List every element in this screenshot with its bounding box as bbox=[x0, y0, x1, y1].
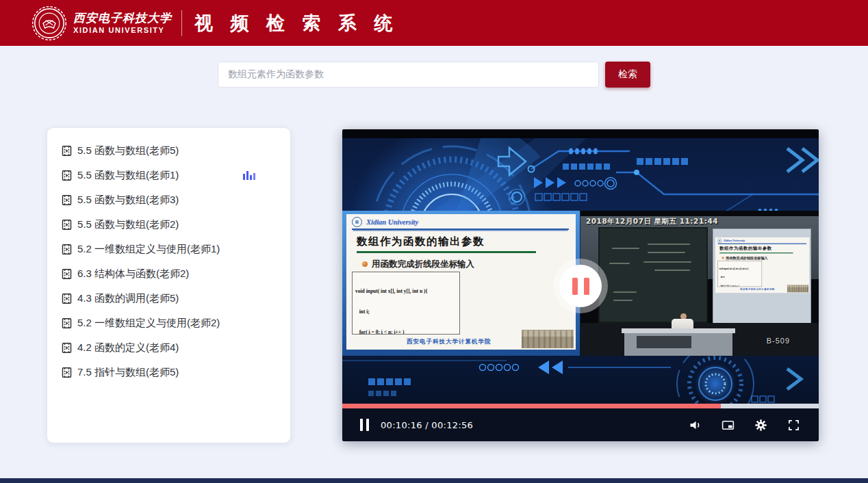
film-icon bbox=[61, 145, 73, 157]
video-slide-view: Xidian University 数组作为函数的输出参数 用函数完成折线段坐标… bbox=[342, 211, 580, 356]
video-display[interactable]: Xidian University 数组作为函数的输出参数 用函数完成折线段坐标… bbox=[342, 129, 819, 404]
pause-icon bbox=[559, 265, 602, 307]
film-icon bbox=[61, 317, 73, 329]
slide-university-logo-icon bbox=[717, 239, 722, 243]
brand-english: XIDIAN UNIVERSITY bbox=[73, 26, 172, 34]
slide-title: 数组作为函数的输出参数 bbox=[719, 246, 809, 252]
slide-header: Xidian University bbox=[352, 217, 569, 230]
results-panel: 5.5 函数与数组(老师5) 5.5 函数与数组(老师1) 5.5 函数与数组(… bbox=[47, 127, 291, 443]
film-icon bbox=[61, 367, 73, 378]
video-result-item[interactable]: 5.2 一维数组定义与使用(老师1) bbox=[47, 237, 290, 261]
slide-university-name: Xidian University bbox=[724, 239, 745, 242]
film-icon bbox=[61, 342, 73, 354]
brand-block: 西安电子科技大学 XIDIAN UNIVERSITY bbox=[73, 12, 172, 34]
now-playing-icon bbox=[242, 170, 256, 183]
theater-mode-icon bbox=[721, 418, 735, 432]
slide-university-logo-icon bbox=[352, 217, 362, 227]
video-title: 4.3 函数的调用(老师5) bbox=[77, 292, 179, 305]
video-result-item[interactable]: 5.5 函数与数组(老师3) bbox=[47, 187, 290, 212]
app-header: 西安电子科技大学 XIDIAN UNIVERSITY 视 频 检 索 系 统 bbox=[0, 0, 868, 46]
room-number: B-509 bbox=[767, 337, 790, 345]
slide-university-name: Xidian University bbox=[366, 218, 418, 226]
video-result-item[interactable]: 5.5 函数与数组(老师5) bbox=[47, 138, 290, 163]
slide-code-block: void input( int x[], int y[], int n ){ i… bbox=[717, 261, 762, 287]
video-title: 7.5 指针与数组(老师5) bbox=[77, 366, 179, 379]
bullet-icon bbox=[722, 257, 724, 259]
film-icon bbox=[61, 244, 73, 255]
blackboard bbox=[598, 227, 708, 323]
building-photo bbox=[522, 330, 574, 348]
slide-bullet-text: 用函数完成折线段坐标输入 bbox=[372, 259, 474, 270]
video-title: 5.2 一维数组定义与使用(老师2) bbox=[77, 317, 220, 330]
slide-title: 数组作为函数的输出参数 bbox=[357, 235, 576, 249]
video-classroom-view: Xidian University 数组作为函数的输出参数 用函数完成折线段坐标… bbox=[580, 211, 819, 356]
film-icon bbox=[61, 293, 73, 304]
video-player: Xidian University 数组作为函数的输出参数 用函数完成折线段坐标… bbox=[342, 129, 819, 441]
slide-title-underline bbox=[357, 251, 536, 253]
time-display: 00:10:16 / 00:12:56 bbox=[381, 420, 473, 430]
results-list: 5.5 函数与数组(老师5) 5.5 函数与数组(老师1) 5.5 函数与数组(… bbox=[47, 138, 290, 384]
video-result-item[interactable]: 7.5 指针与数组(老师5) bbox=[47, 360, 290, 384]
slide-bullet-line: 用函数完成折线段坐标输入 bbox=[362, 259, 576, 270]
video-retrieval-app: 西安电子科技大学 XIDIAN UNIVERSITY 视 频 检 索 系 统 检… bbox=[0, 0, 868, 483]
search-input[interactable] bbox=[218, 62, 599, 88]
player-controls: 00:10:16 / 00:12:56 bbox=[342, 408, 819, 441]
video-title: 5.5 函数与数组(老师5) bbox=[77, 144, 179, 157]
play-pause-overlay-button[interactable] bbox=[553, 259, 608, 313]
video-title: 5.5 函数与数组(老师2) bbox=[77, 218, 179, 231]
fullscreen-icon bbox=[787, 418, 801, 432]
video-title: 6.3 结构体与函数(老师2) bbox=[77, 267, 189, 280]
gear-icon bbox=[754, 418, 768, 432]
slide-title-underline bbox=[719, 252, 793, 253]
slide-content: Xidian University 数组作为函数的输出参数 用函数完成折线段坐标… bbox=[346, 214, 576, 350]
brand-chinese: 西安电子科技大学 bbox=[73, 12, 172, 25]
video-title: 5.5 函数与数组(老师3) bbox=[77, 194, 179, 207]
camera-timestamp: 2018年12月07日 星期五 11:21:44 bbox=[586, 217, 718, 226]
progress-bar[interactable] bbox=[342, 404, 819, 408]
slide-content: Xidian University 数组作为函数的输出参数 用函数完成折线段坐标… bbox=[715, 237, 809, 293]
video-title: 5.5 函数与数组(老师1) bbox=[77, 169, 179, 182]
podium bbox=[624, 328, 732, 356]
page-title: 视 频 检 索 系 统 bbox=[194, 11, 399, 36]
theater-mode-button[interactable] bbox=[721, 418, 735, 432]
header-divider bbox=[181, 10, 182, 36]
slide-bullet-text: 用函数完成折线段坐标输入 bbox=[726, 255, 768, 260]
volume-icon bbox=[688, 418, 702, 432]
settings-button[interactable] bbox=[754, 418, 768, 432]
fullscreen-button[interactable] bbox=[787, 418, 801, 432]
slide-footer-text: 西安电子科技大学计算机学院 bbox=[407, 338, 492, 346]
volume-button[interactable] bbox=[688, 418, 702, 432]
projection-screen: Xidian University 数组作为函数的输出参数 用函数完成折线段坐标… bbox=[713, 229, 811, 332]
footer-bar bbox=[0, 478, 868, 483]
slide-code-block: void input( int x[], int y[], int n ){ i… bbox=[352, 272, 460, 335]
slide-header: Xidian University bbox=[717, 239, 806, 244]
video-result-item[interactable]: 4.2 函数的定义(老师4) bbox=[47, 335, 290, 360]
film-icon bbox=[61, 170, 73, 181]
video-result-item[interactable]: 4.3 函数的调用(老师5) bbox=[47, 286, 290, 311]
pause-button[interactable] bbox=[360, 419, 369, 431]
video-title: 5.2 一维数组定义与使用(老师1) bbox=[77, 243, 220, 256]
search-button[interactable]: 检索 bbox=[605, 62, 650, 88]
video-result-item[interactable]: 5.5 函数与数组(老师2) bbox=[47, 212, 290, 237]
video-title: 4.2 函数的定义(老师4) bbox=[77, 341, 179, 354]
building-photo bbox=[787, 285, 808, 292]
university-logo-icon bbox=[31, 5, 68, 42]
progress-fill bbox=[342, 404, 721, 408]
film-icon bbox=[61, 268, 73, 280]
slide-bullet-line: 用函数完成折线段坐标输入 bbox=[722, 255, 809, 260]
video-result-item[interactable]: 5.2 一维数组定义与使用(老师2) bbox=[47, 311, 290, 335]
video-result-item[interactable]: 6.3 结构体与函数(老师2) bbox=[47, 261, 290, 286]
video-result-item[interactable]: 5.5 函数与数组(老师1) bbox=[47, 163, 290, 187]
slide-footer-text: 西安电子科技大学计算机学院 bbox=[740, 288, 775, 291]
film-icon bbox=[61, 219, 73, 231]
film-icon bbox=[61, 194, 73, 206]
bullet-icon bbox=[362, 261, 368, 267]
